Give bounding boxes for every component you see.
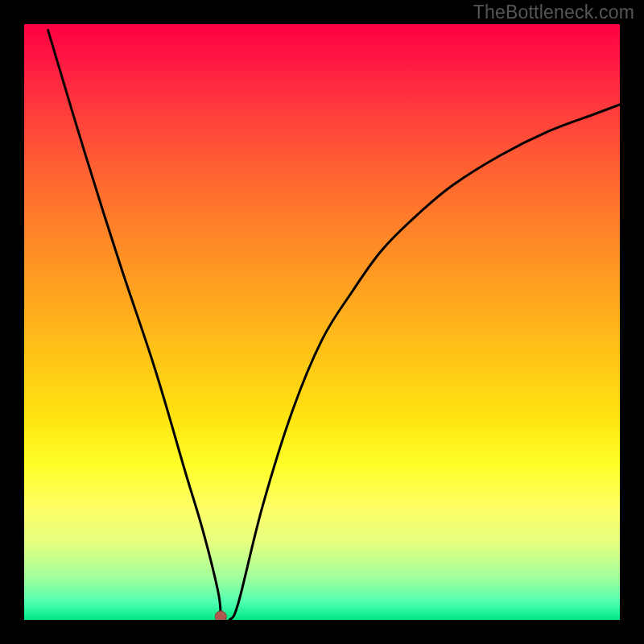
watermark-label: TheBottleneck.com [473,2,634,23]
marker-dot [215,611,226,620]
curve-svg [24,24,620,620]
bottleneck-curve [48,30,620,620]
chart-stage: TheBottleneck.com [0,0,644,644]
plot-area [24,24,620,620]
